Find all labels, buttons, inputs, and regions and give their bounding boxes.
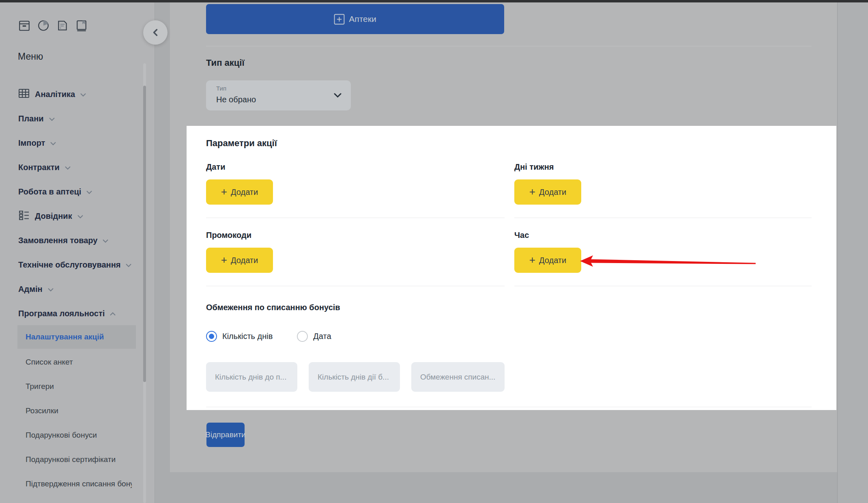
sidebar-scrollbar-thumb[interactable]: [143, 86, 146, 382]
sidebar-item-analytics[interactable]: Аналітика: [18, 82, 86, 106]
add-promocodes-button[interactable]: + Додати: [206, 248, 273, 273]
section-label-time: Час: [514, 231, 529, 240]
divider: [206, 46, 812, 46]
section-label-promocodes: Промокоди: [206, 231, 251, 240]
table-grid-icon: [18, 88, 30, 100]
sidebar-subitem-gift-bonuses[interactable]: Подарункові бонуси: [17, 423, 136, 447]
chevron-down-icon: [103, 239, 108, 243]
divider: [514, 286, 812, 286]
add-weekdays-button[interactable]: + Додати: [514, 179, 581, 205]
select-value: Не обрано: [216, 95, 256, 104]
promo-params-card: Параметри акції Дати Дні тижня + Додати …: [187, 126, 836, 410]
sidebar-item-import[interactable]: Імпорт: [18, 131, 56, 155]
chevron-down-icon: [126, 263, 131, 267]
sidebar-item-loyalty-program[interactable]: Програма лояльності: [18, 301, 116, 326]
radio-days-count[interactable]: [206, 331, 217, 342]
sidebar-item-contracts[interactable]: Контракти: [18, 155, 71, 179]
sidebar-item-maintenance[interactable]: Технічне обслуговування: [18, 253, 131, 277]
radio-date-label[interactable]: Дата: [313, 332, 331, 341]
submit-button[interactable]: Відправити: [206, 423, 245, 447]
radio-days-count-label[interactable]: Кількість днів: [222, 332, 273, 341]
params-title: Параметри акції: [206, 138, 277, 149]
chevron-down-icon: [77, 215, 83, 218]
sidebar-item-directory[interactable]: Довідник: [18, 204, 83, 228]
pie-chart-icon[interactable]: [37, 19, 49, 32]
days-before-input[interactable]: [206, 362, 297, 392]
plus-icon: +: [221, 186, 227, 197]
chevron-left-icon: [153, 28, 158, 37]
pharmacies-button[interactable]: Аптеки: [206, 4, 504, 34]
book-icon[interactable]: [75, 19, 88, 32]
chevron-down-icon: [48, 288, 54, 291]
sidebar-item-pharmacy-work[interactable]: Робота в аптеці: [18, 179, 92, 204]
limits-title: Обмеження по списанню бонусів: [206, 303, 340, 312]
chevron-up-icon: [110, 312, 116, 316]
limits-radio-group: Кількість днів Дата: [206, 331, 331, 342]
sidebar-item-label: Аналітика: [35, 90, 75, 99]
sidebar-subitem-questionnaires[interactable]: Список анкет: [17, 350, 136, 374]
section-label-weekdays: Дні тижня: [514, 162, 554, 172]
add-time-button[interactable]: + Додати: [514, 248, 581, 273]
sidebar-subitem-promo-settings[interactable]: Налаштування акцій: [17, 325, 136, 349]
promo-type-select[interactable]: Тип Не обрано: [206, 80, 351, 110]
chevron-down-icon: [86, 190, 92, 194]
plus-icon: +: [221, 255, 227, 265]
sidebar-subitem-gift-certificates[interactable]: Подарункові сертифікати: [17, 448, 136, 471]
sidebar: Меню Аналітика Плани Імпорт Контракти Ро…: [0, 2, 155, 503]
section-label-dates: Дати: [206, 162, 225, 172]
select-label: Тип: [216, 85, 226, 92]
sidebar-item-admin[interactable]: Адмін: [18, 277, 54, 301]
bonus-days-input[interactable]: [309, 362, 400, 392]
chevron-down-icon: [50, 142, 56, 145]
plus-square-icon: [334, 14, 345, 25]
document-icon[interactable]: [56, 19, 69, 32]
divider: [514, 218, 812, 218]
menu-title: Меню: [18, 51, 43, 62]
page: Меню Аналітика Плани Імпорт Контракти Ро…: [0, 0, 868, 503]
sidebar-subitem-triggers[interactable]: Тригери: [17, 375, 136, 398]
sidebar-top-icons: [18, 19, 88, 32]
chevron-down-icon: [49, 117, 55, 121]
right-page-gutter: [837, 2, 868, 503]
archive-box-icon[interactable]: [18, 19, 30, 32]
chevron-down-icon: [334, 93, 342, 98]
plus-icon: +: [529, 255, 535, 265]
writeoff-limit-input[interactable]: [411, 362, 505, 392]
divider: [206, 407, 812, 407]
type-section-title: Тип акції: [206, 58, 245, 68]
sidebar-item-goods-order[interactable]: Замовлення товару: [18, 228, 108, 253]
sidebar-collapse-button[interactable]: [143, 20, 168, 45]
divider: [206, 218, 505, 218]
red-pointer-arrow: [572, 254, 763, 270]
plus-icon: +: [529, 186, 535, 197]
chevron-down-icon: [80, 93, 86, 97]
divider: [206, 286, 505, 286]
sidebar-subitem-mailings[interactable]: Розсилки: [17, 399, 136, 423]
radio-date[interactable]: [297, 331, 308, 342]
chevron-down-icon: [65, 166, 71, 170]
sidebar-subitem-writeoff-confirmation[interactable]: Підтвердження списання бону...: [17, 472, 136, 496]
list-rows-icon: [18, 210, 30, 222]
sidebar-item-plans[interactable]: Плани: [18, 106, 55, 131]
add-dates-button[interactable]: + Додати: [206, 179, 273, 205]
